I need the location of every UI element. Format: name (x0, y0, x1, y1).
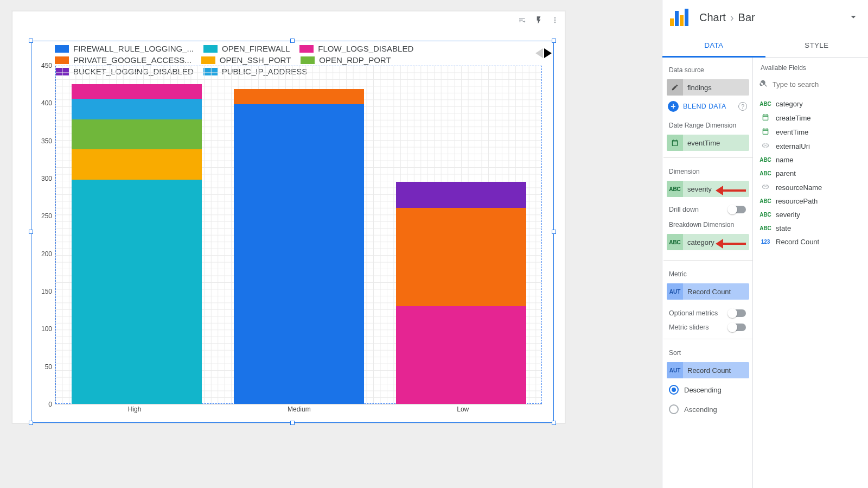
x-axis-labels: HighMediumLow (55, 405, 542, 413)
field-name: Record Count (776, 238, 819, 246)
chart-frame[interactable]: FIREWALL_RULE_LOGGING_...OPEN_FIREWALLFL… (12, 11, 565, 423)
field-search-input[interactable] (773, 78, 864, 91)
metric-pill[interactable]: AUT Record Count (667, 283, 749, 300)
bar-segment[interactable] (396, 182, 526, 208)
bar-group[interactable] (72, 84, 202, 404)
available-field[interactable]: createTime (758, 111, 865, 125)
annotation-arrow-icon (716, 186, 746, 195)
more-vert-icon[interactable] (551, 16, 559, 24)
available-field[interactable]: ABCparent (758, 167, 865, 180)
x-tick-label: Low (457, 405, 469, 413)
date-range-pill[interactable]: eventTime (667, 135, 749, 151)
legend-item[interactable]: FIREWALL_RULE_LOGGING_... (55, 44, 194, 53)
legend-swatch (201, 56, 215, 64)
number-icon: 123 (760, 239, 771, 245)
chevron-down-icon[interactable] (847, 11, 859, 24)
bar-segment[interactable] (72, 84, 202, 99)
link-icon (760, 142, 771, 150)
available-field[interactable]: ABCname (758, 153, 865, 167)
aut-icon: AUT (667, 362, 683, 378)
bar-group[interactable] (396, 182, 526, 404)
bar-segment[interactable] (72, 180, 202, 404)
section-metric: Metric (667, 267, 749, 280)
available-field[interactable]: 123Record Count (758, 235, 865, 249)
drill-down-toggle[interactable] (729, 206, 746, 213)
pencil-icon[interactable] (667, 79, 683, 96)
resize-handle[interactable] (29, 39, 33, 43)
bar-segment[interactable] (72, 119, 202, 149)
available-field[interactable]: ABCresourcePath (758, 194, 865, 208)
field-name: severity (776, 211, 800, 219)
sort-asc-radio[interactable]: Ascending (667, 401, 749, 417)
field-name: eventTime (776, 128, 808, 136)
y-tick-label: 450 (33, 62, 52, 69)
legend-item[interactable]: OPEN_SSH_PORT (201, 55, 291, 65)
bar-segment[interactable] (396, 208, 526, 306)
available-field[interactable]: ABCseverity (758, 208, 865, 221)
resize-handle[interactable] (290, 39, 295, 43)
bar-segment[interactable] (72, 99, 202, 119)
bar-segment[interactable] (72, 149, 202, 179)
field-name: createTime (776, 114, 811, 122)
calendar-icon (760, 113, 771, 122)
chart-type-breadcrumb[interactable]: Chart › Bar (662, 0, 868, 34)
crumb-bar[interactable]: Bar (738, 11, 755, 24)
available-field[interactable]: ABCcategory (758, 97, 865, 111)
legend-pager[interactable] (535, 48, 552, 58)
legend-label: OPEN_FIREWALL (222, 44, 290, 53)
resize-handle[interactable] (552, 421, 556, 425)
help-icon[interactable]: ? (738, 102, 747, 111)
legend-item[interactable]: OPEN_RDP_PORT (301, 55, 391, 65)
y-tick-label: 0 (33, 401, 52, 408)
sort-desc-radio[interactable]: Descending (667, 382, 749, 398)
legend-item[interactable]: OPEN_FIREWALL (203, 44, 290, 53)
resize-handle[interactable] (552, 230, 556, 234)
tab-data[interactable]: DATA (662, 34, 765, 58)
available-field[interactable]: externalUri (758, 139, 865, 153)
bolt-icon[interactable] (534, 16, 543, 24)
blend-data-button[interactable]: BLEND DATA (683, 103, 734, 110)
aut-icon: AUT (667, 283, 683, 300)
legend-swatch (203, 45, 218, 53)
resize-handle[interactable] (552, 39, 556, 43)
chart-toolbar (518, 16, 559, 24)
bar-group[interactable] (234, 89, 364, 404)
legend-next-icon[interactable] (544, 48, 552, 58)
panel-tabs: DATA STYLE (662, 34, 868, 58)
bar-segment[interactable] (234, 89, 364, 104)
legend-prev-icon[interactable] (535, 48, 543, 58)
sort-icon[interactable] (518, 16, 527, 24)
resize-handle[interactable] (29, 421, 33, 425)
legend-item[interactable]: PRIVATE_GOOGLE_ACCESS... (55, 55, 192, 65)
available-field[interactable]: resourceName (758, 180, 865, 194)
legend-swatch (299, 45, 314, 53)
resize-handle[interactable] (290, 421, 295, 425)
data-source-pill[interactable]: findings (667, 79, 749, 96)
optional-metrics-toggle[interactable] (729, 309, 746, 317)
bar-segment[interactable] (396, 306, 526, 404)
plus-circle-icon[interactable]: + (668, 101, 679, 112)
y-tick-label: 250 (33, 212, 52, 220)
legend-swatch (55, 56, 69, 64)
legend-item[interactable]: FLOW_LOGS_DISABLED (299, 44, 413, 53)
available-field[interactable]: ABCstate (758, 221, 865, 235)
search-icon (760, 79, 768, 90)
metric-sliders-toggle[interactable] (729, 324, 746, 331)
bar-segment[interactable] (234, 104, 364, 404)
bar-chart-icon (670, 7, 692, 28)
x-tick-label: Medium (288, 405, 311, 413)
tab-style[interactable]: STYLE (765, 34, 869, 57)
field-name: category (776, 100, 803, 108)
sort-pill[interactable]: AUT Record Count (667, 362, 749, 378)
drill-down-label: Drill down (669, 206, 699, 213)
abc-icon: ABC (667, 234, 683, 250)
legend-swatch (55, 45, 69, 53)
available-field[interactable]: eventTime (758, 125, 865, 139)
y-tick-label: 100 (33, 325, 52, 333)
legend-label: FIREWALL_RULE_LOGGING_... (73, 44, 194, 53)
side-panel: Chart › Bar DATA STYLE Data source findi… (662, 0, 868, 488)
crumb-chart[interactable]: Chart (699, 11, 726, 24)
section-breakdown: Breakdown Dimension (667, 218, 749, 231)
resize-handle[interactable] (29, 230, 33, 234)
canvas-area[interactable]: FIREWALL_RULE_LOGGING_...OPEN_FIREWALLFL… (0, 0, 662, 488)
